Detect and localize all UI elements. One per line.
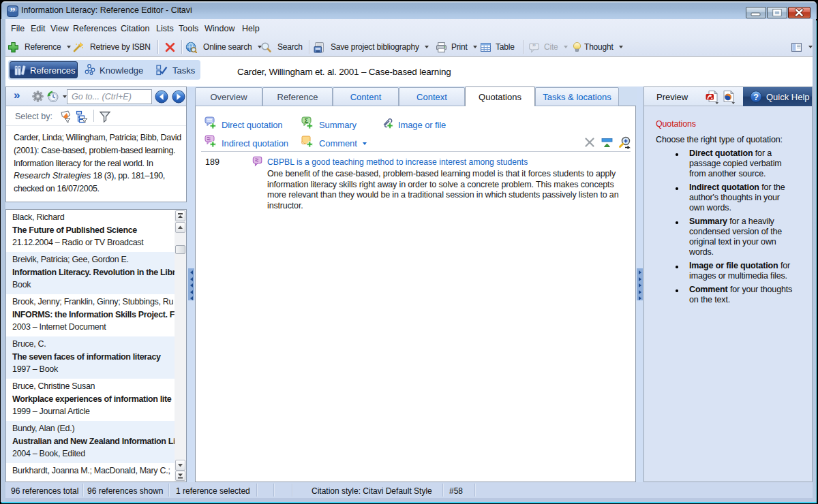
svg-text:Σ: Σ [305,117,309,124]
svg-text:”: ” [532,43,536,50]
svg-text:?: ? [753,93,759,102]
svg-text:”: ” [10,6,16,17]
